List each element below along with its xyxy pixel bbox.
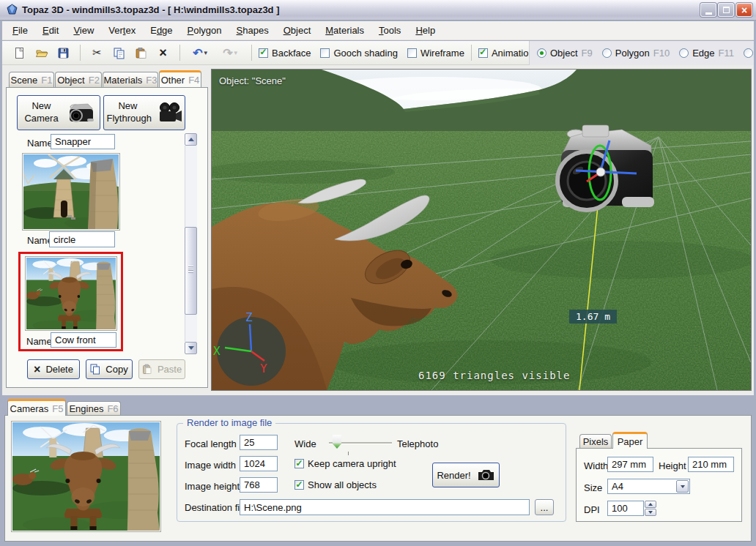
undo-button[interactable]: ↶ ▼ (187, 43, 215, 62)
render-button-label: Render! (437, 470, 470, 481)
cut-button[interactable]: ✂ (87, 43, 107, 62)
menu-object[interactable]: Object (276, 22, 319, 39)
scrollbar-down-button[interactable] (185, 342, 197, 354)
redo-button[interactable]: ↷ ▼ (217, 43, 245, 62)
tab-materials-fkey: F3 (146, 75, 157, 86)
browse-button[interactable]: ... (535, 499, 554, 515)
tab-object-label: Object (57, 75, 85, 86)
mode-edge-fkey: F11 (719, 48, 734, 59)
name-label-1: Name (27, 138, 53, 149)
menu-vertex[interactable]: Vertex (101, 22, 143, 39)
toolbar-separator (251, 45, 252, 61)
tab-engines-fkey: F6 (107, 403, 118, 414)
photo-camera-icon (66, 102, 95, 124)
keep-upright-checkbox[interactable]: ✓Keep camera upright (294, 458, 396, 469)
animation-checkbox[interactable]: ✓Animation (478, 48, 534, 59)
minimize-button[interactable] (700, 3, 716, 17)
tab-materials[interactable]: MaterialsF3 (103, 72, 158, 87)
image-height-input[interactable] (240, 477, 278, 493)
destination-file-input[interactable] (240, 499, 530, 515)
triangles-count-label: 6169 triangles visible (418, 370, 570, 381)
wireframe-label: Wireframe (420, 48, 464, 59)
image-width-input[interactable] (240, 456, 278, 471)
menu-tools[interactable]: Tools (371, 22, 408, 39)
new-flythrough-label: New Flythrough (107, 100, 149, 125)
delete-button[interactable]: × (153, 43, 173, 62)
title-bar[interactable]: Topaz 3D - windmills3.topaz3d - [ H:\win… (0, 0, 756, 20)
new-document-button[interactable] (10, 43, 29, 62)
toolbar-separator (179, 45, 180, 61)
maximize-button[interactable] (718, 3, 734, 17)
new-camera-button[interactable]: New Camera (17, 95, 100, 130)
dpi-label: DPI (584, 504, 600, 515)
paste-camera-button[interactable]: Paste (138, 359, 185, 379)
selected-camera-preview (11, 421, 161, 532)
paper-height-input[interactable] (688, 457, 734, 472)
tab-other[interactable]: OtherF4 (159, 70, 201, 87)
paper-width-input[interactable] (607, 457, 653, 472)
gooch-shading-label: Gooch shading (333, 48, 397, 59)
camera-thumbnail-cow-front[interactable] (25, 256, 117, 331)
delete-camera-button[interactable]: × Delete (27, 359, 80, 379)
backface-checkbox[interactable]: ✓Backface (259, 48, 311, 59)
gooch-shading-checkbox[interactable]: ✓Gooch shading (320, 48, 397, 59)
menu-edge[interactable]: Edge (143, 22, 179, 39)
tab-object[interactable]: ObjectF2 (55, 72, 102, 87)
scrollbar-up-button[interactable] (185, 133, 197, 146)
menu-view[interactable]: View (66, 22, 101, 39)
tab-engines[interactable]: EnginesF6 (67, 401, 121, 416)
scrollbar-thumb[interactable] (185, 227, 197, 315)
camera-name-input-cow-front[interactable] (51, 332, 116, 348)
paper-height-label: Height (659, 460, 686, 471)
tab-scene[interactable]: SceneF1 (9, 72, 54, 87)
tab-cameras[interactable]: CamerasF5 (7, 399, 66, 416)
chevron-down-icon (681, 485, 685, 488)
paper-size-select[interactable]: A4 (607, 479, 690, 494)
show-all-objects-checkbox[interactable]: ✓Show all objects (294, 479, 377, 490)
mode-edge-radio[interactable]: EdgeF11 (679, 48, 734, 59)
topaz-gem-icon (6, 4, 18, 16)
save-button[interactable] (53, 43, 73, 62)
browse-button-label: ... (541, 502, 549, 513)
close-button[interactable]: × (736, 3, 752, 17)
menu-materials[interactable]: Materials (318, 22, 371, 39)
dpi-spin-up-button[interactable] (645, 501, 656, 508)
maximize-icon (723, 7, 730, 13)
menu-edit[interactable]: Edit (35, 22, 66, 39)
copy-button[interactable] (109, 43, 129, 62)
undo-icon: ↶ (193, 46, 202, 60)
viewport-object-label: Object: "Scene" (219, 75, 286, 86)
undo-dropdown-icon[interactable]: ▼ (203, 50, 209, 56)
tab-pixels[interactable]: Pixels (579, 434, 612, 449)
focal-slider-thumb[interactable] (333, 435, 341, 449)
mode-object-radio[interactable]: ObjectF9 (537, 48, 593, 59)
dpi-input[interactable] (607, 501, 644, 516)
focal-slider-tick (348, 452, 349, 455)
menu-file[interactable]: File (5, 22, 35, 39)
camera-name-input-snapper[interactable] (51, 134, 115, 149)
focal-length-label: Focal length (185, 438, 237, 449)
menu-shapes[interactable]: Shapes (229, 22, 276, 39)
mode-polygon-radio[interactable]: PolygonF10 (602, 48, 670, 59)
focal-length-input[interactable] (240, 435, 278, 450)
copy-camera-button[interactable]: Copy (86, 359, 133, 379)
minimize-icon (705, 12, 712, 15)
open-folder-button[interactable] (32, 43, 51, 62)
wireframe-checkbox[interactable]: ✓Wireframe (407, 48, 464, 59)
camera-thumbnail-circle[interactable] (22, 153, 120, 231)
new-flythrough-button[interactable]: New Flythrough (103, 95, 185, 130)
render-button[interactable]: Render! (432, 463, 500, 487)
name-label-3: Name (26, 336, 52, 347)
mode-vertex-radio[interactable]: VertexF12 (744, 48, 756, 59)
backface-label: Backface (272, 48, 311, 59)
dpi-spin-down-button[interactable] (645, 509, 656, 516)
mode-polygon-fkey: F10 (653, 48, 670, 59)
paper-size-dropdown-button[interactable] (676, 480, 689, 493)
viewport-3d[interactable]: Z X Y Object: "Scene" 1.67 m 6169 triang… (211, 69, 752, 391)
paste-button[interactable] (131, 43, 151, 62)
toolbar-separator (471, 45, 472, 61)
tab-paper[interactable]: Paper (612, 432, 648, 449)
menu-help[interactable]: Help (408, 22, 442, 39)
camera-name-input-circle[interactable] (49, 231, 115, 247)
menu-polygon[interactable]: Polygon (180, 22, 229, 39)
